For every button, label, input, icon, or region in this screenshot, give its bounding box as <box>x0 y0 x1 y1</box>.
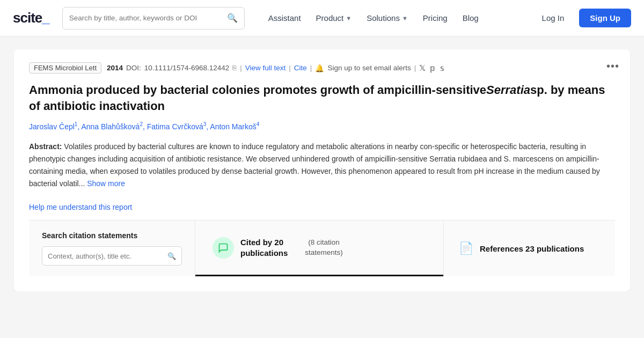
cited-by-panel[interactable]: Cited by 20 publications (8 citation sta… <box>195 221 443 276</box>
search-bar: 🔍 <box>62 7 245 30</box>
nav-solutions[interactable]: Solutions ▼ <box>360 9 414 27</box>
logo[interactable]: scite_ <box>13 10 49 26</box>
nav-blog[interactable]: Blog <box>456 9 485 27</box>
nav-product[interactable]: Product ▼ <box>310 9 358 27</box>
cited-by-count: Cited by 20 publications <box>240 237 288 258</box>
article-year: 2014 <box>107 64 123 72</box>
linkedin-icon[interactable]: 𝕤 <box>440 63 444 73</box>
search-icon: 🔍 <box>227 13 238 23</box>
author-1[interactable]: Jaroslav Čepl1 <box>29 122 77 131</box>
navbar: scite_ 🔍 Assistant Product ▼ Solutions ▼… <box>0 0 644 36</box>
twitter-icon[interactable]: 𝕏 <box>419 63 426 73</box>
nav-links: Assistant Product ▼ Solutions ▼ Pricing … <box>262 9 533 27</box>
solutions-chevron-icon: ▼ <box>402 15 408 21</box>
doi-label: DOI: <box>126 64 141 72</box>
abstract-label: Abstract: <box>29 142 62 151</box>
nav-assistant[interactable]: Assistant <box>262 9 308 27</box>
cited-by-section: Cited by 20 publications (8 citation sta… <box>213 237 343 259</box>
bell-icon: 🔔 <box>315 64 324 72</box>
citation-search-panel: Search citation statements 🔍 <box>29 221 195 276</box>
signup-button[interactable]: Sign Up <box>579 9 631 27</box>
references-panel[interactable]: 📄 References 23 publications <box>443 221 615 276</box>
abstract: Abstract: Volatiles produced by bacteria… <box>29 141 615 190</box>
citation-statements: (8 citation statements) <box>305 238 343 258</box>
citation-search-label: Search citation statements <box>42 231 182 240</box>
authors-list: Jaroslav Čepl1, Anna Blahůšková2, Fatima… <box>29 121 615 131</box>
meta-line: FEMS Microbiol Lett 2014 DOI: 10.1111/15… <box>29 62 615 74</box>
citation-search-bar: 🔍 <box>42 246 182 266</box>
references-label: References 23 publications <box>480 244 584 253</box>
social-links: 𝕏 𝕡 𝕤 <box>419 63 444 73</box>
citation-search-icon: 🔍 <box>167 252 176 260</box>
alert-label[interactable]: Sign up to set email alerts <box>327 64 411 72</box>
product-chevron-icon: ▼ <box>346 15 352 21</box>
citation-search-input[interactable] <box>48 252 167 260</box>
more-options-button[interactable]: ••• <box>606 60 619 72</box>
help-link[interactable]: Help me understand this report <box>29 203 132 211</box>
author-2[interactable]: Anna Blahůšková2 <box>81 122 143 131</box>
copy-icon[interactable]: ⎘ <box>232 64 237 72</box>
article-card: ••• FEMS Microbiol Lett 2014 DOI: 10.111… <box>14 49 630 291</box>
page-content: ••• FEMS Microbiol Lett 2014 DOI: 10.111… <box>5 36 639 291</box>
separator-2: | <box>289 64 291 72</box>
search-input[interactable] <box>69 14 227 22</box>
article-title: Ammonia produced by bacterial colonies p… <box>29 82 615 114</box>
login-button[interactable]: Log In <box>533 9 573 27</box>
doi-value: 10.1111/1574-6968.12442 <box>144 64 229 72</box>
cite-link[interactable]: Cite <box>294 64 307 72</box>
separator-3: | <box>310 64 312 72</box>
author-4[interactable]: Anton Markoš4 <box>210 122 259 131</box>
nav-auth: Log In Sign Up <box>533 9 631 27</box>
bottom-section: Search citation statements 🔍 Cited by 20 <box>29 220 615 276</box>
nav-pricing[interactable]: Pricing <box>416 9 454 27</box>
chat-bubble-icon <box>213 237 234 259</box>
show-more-link[interactable]: Show more <box>87 179 125 188</box>
view-full-text-link[interactable]: View full text <box>245 64 286 72</box>
author-3[interactable]: Fatima Cvrčková3 <box>147 122 207 131</box>
separator-1: | <box>240 64 242 72</box>
separator-4: | <box>414 64 416 72</box>
document-icon: 📄 <box>459 241 473 255</box>
journal-badge: FEMS Microbiol Lett <box>29 62 101 74</box>
facebook-icon[interactable]: 𝕡 <box>430 63 436 73</box>
